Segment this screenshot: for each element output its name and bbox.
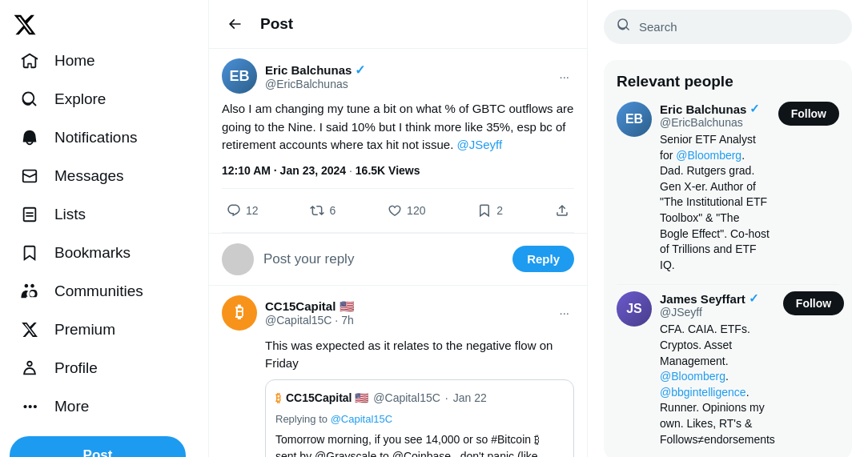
james-info: James Seyffart ✓ @JSeyff CFA. CAIA. ETFs… — [660, 291, 775, 447]
communities-icon — [19, 281, 40, 302]
eric-info: Eric Balchunas ✓ @EricBalchunas Senior E… — [660, 102, 770, 273]
eric-handle: @EricBalchunas — [660, 116, 770, 129]
post-page-header: Post — [209, 0, 587, 49]
tweet-body: Also I am changing my tune a bit on what… — [222, 100, 574, 154]
quoted-tweet: ₿ CC15Capital 🇺🇸 @Capital15C · Jan 22 Re… — [265, 379, 574, 458]
reply-box: Post your reply Reply — [209, 234, 587, 286]
relevant-person-eric: EB Eric Balchunas ✓ @EricBalchunas Senio… — [617, 102, 839, 273]
eric-avatar: EB — [617, 102, 652, 137]
divider — [617, 284, 839, 285]
tweet-actions: 12 6 120 2 — [222, 188, 574, 233]
reply-action[interactable]: 12 — [222, 198, 263, 222]
x-logo[interactable] — [13, 13, 37, 39]
reply-button[interactable]: Reply — [512, 246, 574, 272]
nav-item-bookmarks[interactable]: Bookmarks — [10, 235, 140, 271]
nav-label-notifications: Notifications — [54, 129, 138, 146]
nav-item-lists[interactable]: Lists — [10, 196, 95, 233]
eric-verified-icon: ✓ — [749, 102, 760, 116]
nav-label-more: More — [54, 398, 89, 415]
tweet-meta: 12:10 AM · Jan 23, 2024 · 16.5K Views — [222, 164, 574, 177]
comment-author-name: CC15Capital 🇺🇸 — [265, 299, 355, 314]
relevant-people-title: Relevant people — [617, 73, 839, 90]
main-tweet: EB Eric Balchunas ✓ @EricBalchunas ··· A… — [209, 49, 587, 234]
nav-label-home: Home — [54, 52, 95, 70]
retweet-action[interactable]: 6 — [305, 198, 340, 222]
quoted-author: ₿ CC15Capital 🇺🇸 @Capital15C · Jan 22 — [275, 390, 564, 407]
nav-label-messages: Messages — [54, 167, 124, 185]
reply-user-avatar — [222, 243, 254, 275]
james-avatar: JS — [617, 291, 652, 327]
nav-label-explore: Explore — [54, 90, 106, 108]
relevant-people-card: Relevant people EB Eric Balchunas ✓ @Eri… — [604, 60, 852, 457]
replying-to: Replying to @Capital15C — [275, 411, 564, 427]
comment-more-button[interactable]: ··· — [554, 301, 574, 324]
nav-label-profile: Profile — [54, 359, 98, 377]
james-handle: @JSeyff — [660, 306, 775, 319]
nav-item-more[interactable]: More — [10, 388, 98, 425]
nav-label-premium: Premium — [54, 321, 115, 339]
search-box[interactable] — [604, 10, 852, 44]
comment-body: This was expected as it relates to the n… — [265, 337, 574, 373]
back-button[interactable] — [222, 11, 247, 37]
verified-icon: ✓ — [355, 62, 365, 78]
page-title: Post — [260, 15, 293, 33]
home-icon — [19, 50, 40, 71]
comment-author: ₿ CC15Capital 🇺🇸 @Capital15C · 7h — [222, 295, 355, 331]
more-dots-icon — [19, 396, 40, 417]
james-name: James Seyffart ✓ — [660, 291, 775, 306]
person-icon — [19, 358, 40, 379]
nav-item-profile[interactable]: Profile — [10, 350, 107, 387]
nav-item-communities[interactable]: Communities — [10, 273, 153, 310]
nav-item-messages[interactable]: Messages — [10, 158, 134, 194]
list-icon — [19, 204, 40, 225]
share-action[interactable] — [550, 198, 574, 222]
bookmark-action[interactable]: 2 — [472, 198, 508, 222]
eric-name: Eric Balchunas ✓ — [660, 102, 770, 116]
like-action[interactable]: 120 — [383, 198, 430, 222]
nav-item-notifications[interactable]: Notifications — [10, 119, 147, 156]
envelope-icon — [19, 166, 40, 186]
main-content: Post EB Eric Balchunas ✓ @EricBalchunas … — [208, 0, 588, 457]
nav-label-bookmarks: Bookmarks — [54, 244, 131, 262]
follow-eric-button[interactable]: Follow — [778, 102, 839, 126]
james-verified-icon: ✓ — [749, 291, 759, 306]
tweet-author: EB Eric Balchunas ✓ @EricBalchunas — [222, 58, 365, 94]
reply-placeholder: Post your reply — [263, 251, 503, 267]
tweet-more-button[interactable]: ··· — [554, 65, 574, 88]
eric-bio: Senior ETF Analyst for @Bloomberg. Dad. … — [660, 132, 770, 273]
comment-item: ₿ CC15Capital 🇺🇸 @Capital15C · 7h ··· Th… — [209, 286, 587, 458]
comment-author-handle: @Capital15C · 7h — [265, 314, 355, 327]
james-bio: CFA. CAIA. ETFs. Cryptos. Asset Manageme… — [660, 322, 775, 447]
nav-item-explore[interactable]: Explore — [10, 81, 115, 118]
relevant-person-james: JS James Seyffart ✓ @JSeyff CFA. CAIA. E… — [617, 291, 839, 447]
right-sidebar: Relevant people EB Eric Balchunas ✓ @Eri… — [588, 0, 868, 457]
search-input[interactable] — [639, 20, 839, 34]
search-nav-icon — [19, 89, 40, 110]
comment-author-info: CC15Capital 🇺🇸 @Capital15C · 7h — [265, 299, 355, 327]
author-name: Eric Balchunas ✓ — [265, 62, 365, 78]
follow-james-button[interactable]: Follow — [783, 291, 844, 315]
tweet-mention[interactable]: @JSeyff — [456, 138, 502, 151]
nav-label-communities: Communities — [54, 283, 143, 300]
x-premium-icon — [19, 319, 40, 340]
author-info: Eric Balchunas ✓ @EricBalchunas — [265, 62, 365, 90]
quoted-body: Tomorrow morning, if you see 14,000 or s… — [275, 431, 564, 457]
left-sidebar: Home Explore Notifications Messages List… — [0, 0, 208, 457]
author-handle: @EricBalchunas — [265, 78, 365, 90]
bookmark-icon — [19, 243, 40, 263]
search-icon — [617, 18, 631, 36]
author-avatar: EB — [222, 58, 257, 94]
bell-icon — [19, 127, 40, 148]
comment-avatar: ₿ — [222, 295, 257, 331]
nav-item-premium[interactable]: Premium — [10, 311, 125, 348]
nav-item-home[interactable]: Home — [10, 42, 105, 79]
nav-label-lists: Lists — [54, 206, 86, 223]
post-button[interactable]: Post — [10, 436, 186, 457]
